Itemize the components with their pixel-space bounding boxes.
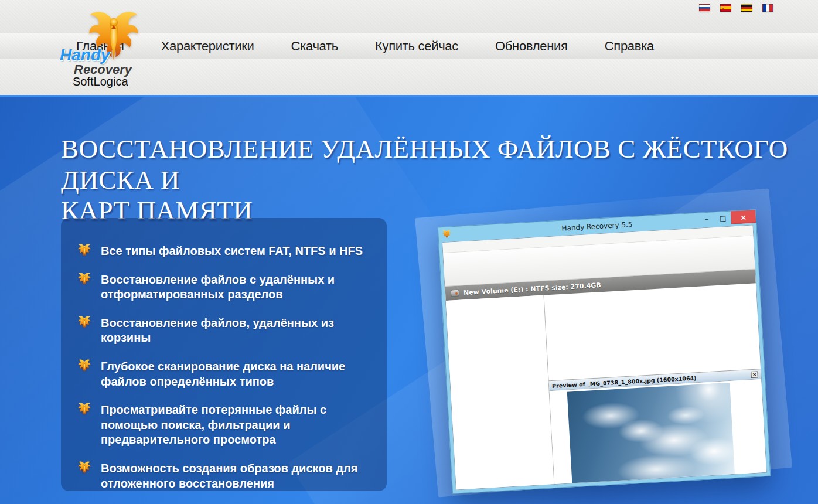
feature-text-2: Восстановление файлов, удалённых из корз… xyxy=(101,316,367,346)
maximize-button[interactable]: □ xyxy=(714,212,731,226)
feature-text-5: Возможность создания образов дисков для … xyxy=(101,461,367,491)
minimize-button[interactable]: – xyxy=(698,212,715,226)
feature-item: Восстановление файлов с удалённых и отфо… xyxy=(77,273,367,302)
right-pane: Preview of _MG_8738_1_800x.jpg (1600x106… xyxy=(544,283,766,484)
app-window-title: Handy Recovery 5.5 xyxy=(561,220,633,232)
folder-tree xyxy=(446,295,555,490)
app-main: Preview of _MG_8738_1_800x.jpg (1600x106… xyxy=(446,283,766,489)
phoenix-bullet-icon xyxy=(77,402,91,416)
phoenix-bullet-icon xyxy=(77,461,91,475)
phoenix-bullet-icon xyxy=(77,243,91,257)
feature-item: Восстановление файлов, удалённых из корз… xyxy=(77,316,367,346)
feature-panel: Все типы файловых систем FAT, NTFS и HFS… xyxy=(61,218,387,491)
window-controls: – □ × xyxy=(698,210,756,226)
feature-text-4: Просматривайте потерянные файлы с помощь… xyxy=(101,403,367,448)
feature-text-0: Все типы файловых систем FAT, NTFS и HFS xyxy=(101,244,363,259)
preview-pane: Preview of _MG_8738_1_800x.jpg (1600x106… xyxy=(549,369,766,484)
logo-company: SoftLogica xyxy=(73,75,128,88)
feature-item: Все типы файловых систем FAT, NTFS и HFS xyxy=(77,244,367,259)
site-logo[interactable]: Handy Recovery SoftLogica xyxy=(56,1,162,93)
app-screenshot: Handy Recovery 5.5 – □ × New Volume (E:)… xyxy=(438,209,771,494)
preview-body xyxy=(550,379,766,484)
close-button[interactable]: × xyxy=(731,210,756,224)
site-header: ГлавнаяХарактеристикиСкачатьКупить сейча… xyxy=(0,0,818,95)
language-flag-de[interactable] xyxy=(741,4,752,12)
nav-item-help[interactable]: Справка xyxy=(605,39,654,54)
nav-item-download[interactable]: Скачать xyxy=(291,39,338,54)
app-window-body: New Volume (E:) : NTFS size: 270.4GB Pre… xyxy=(442,224,767,490)
nav-item-updates[interactable]: Обновления xyxy=(495,39,568,54)
language-flag-fr[interactable] xyxy=(762,4,773,12)
feature-item: Глубокое сканирование диска на наличие ф… xyxy=(77,359,367,389)
hero-section: ВОССТАНОВЛЕНИЕ УДАЛЁННЫХ ФАЙЛОВ С ЖЁСТКО… xyxy=(0,95,818,504)
feature-text-1: Восстановление файлов с удалённых и отфо… xyxy=(101,273,367,302)
language-switcher xyxy=(699,4,773,12)
language-flag-es[interactable] xyxy=(720,4,731,12)
preview-image-sky-clouds xyxy=(567,383,735,485)
phoenix-bullet-icon xyxy=(77,272,91,286)
phoenix-bullet-icon xyxy=(77,315,91,329)
app-window: Handy Recovery 5.5 – □ × New Volume (E:)… xyxy=(438,209,771,494)
nav-item-features[interactable]: Характеристики xyxy=(161,39,254,54)
volume-disk-icon xyxy=(451,290,460,297)
feature-item: Возможность создания образов дисков для … xyxy=(77,461,367,491)
language-flag-ru[interactable] xyxy=(699,4,710,12)
phoenix-bullet-icon xyxy=(77,359,91,373)
file-table xyxy=(544,283,761,381)
feature-item: Просматривайте потерянные файлы с помощь… xyxy=(77,403,367,448)
page-title-line1: ВОССТАНОВЛЕНИЕ УДАЛЁННЫХ ФАЙЛОВ С ЖЁСТКО… xyxy=(61,134,793,195)
feature-text-3: Глубокое сканирование диска на наличие ф… xyxy=(101,359,367,389)
preview-close-icon[interactable]: × xyxy=(751,371,758,378)
nav-item-buy[interactable]: Купить сейчас xyxy=(375,39,458,54)
app-window-icon xyxy=(442,229,452,239)
